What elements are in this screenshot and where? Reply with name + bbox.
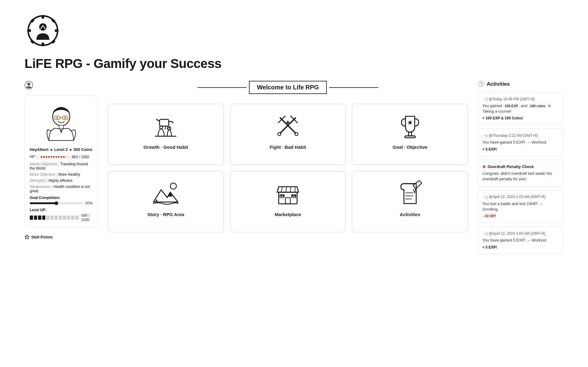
card-label-growth: Growth · Good Habit [143, 144, 188, 150]
card-fight-bad-habit[interactable]: Fight · Bad Habit [230, 104, 346, 165]
svg-point-11 [27, 83, 30, 86]
activity-timestamp-3: →| @April 12, 2024 1:03 AM (GMT+8) [482, 195, 559, 199]
svg-rect-40 [285, 198, 290, 204]
character-avatar [40, 101, 83, 144]
mountain-icon [150, 178, 181, 208]
activity-reward-3: - 10 HP! [482, 214, 559, 218]
svg-rect-2 [42, 43, 44, 46]
left-panel: HeyAlbert ■ Level 2 ■ 300 Coins HP： ♥ ♥ … [24, 81, 98, 239]
activity-body-4: You have gained 5 EXP! → Workout [482, 238, 559, 243]
activity-timestamp-1: →| @Today 10:45 PM (GMT+8) [482, 97, 559, 101]
card-growth-good-habit[interactable]: Growth · Good Habit [108, 104, 224, 165]
goal-completion-label: Goal Completion: [30, 196, 93, 200]
activity-reward-1: + 100 EXP & 100 Coins! [482, 116, 559, 120]
hp-hearts: ♥ ♥ ♥ ♥ ♥ ♥ ♥ ♥ ♥ ♥ ♥ ♥ [40, 155, 70, 159]
svg-rect-19 [160, 119, 169, 126]
activities-title: 🕐 Activities [478, 81, 564, 87]
svg-point-44 [283, 195, 285, 197]
trophy-icon [395, 110, 425, 141]
pen-icon [395, 178, 425, 208]
store-icon [273, 178, 303, 208]
activity-card-3: →| @April 12, 2024 1:03 AM (GMT+8) You l… [478, 190, 564, 223]
weaknesses-row: Weaknesses : Health condition is not gre… [30, 185, 93, 193]
right-panel: 🕐 Activities →| @Today 10:45 PM (GMT+8) … [478, 81, 564, 254]
activity-body-2: You have gained 5 EXP! → Workout [482, 140, 559, 145]
svg-point-16 [56, 117, 58, 119]
user-icon[interactable] [24, 81, 98, 91]
app-logo [24, 12, 564, 56]
svg-point-43 [281, 195, 282, 197]
skill-points-label: Skill Points [31, 235, 53, 239]
minor-objective-row: Minor Objective : More Healthy [30, 172, 93, 177]
card-activities[interactable]: Activities [352, 171, 468, 232]
svg-point-45 [292, 195, 294, 197]
activity-body-1: You gained 100 EXP and 100 coins in Taki… [482, 103, 559, 114]
swords-icon [273, 110, 303, 141]
svg-rect-4 [55, 29, 58, 32]
character-card: HeyAlbert ■ Level 2 ■ 300 Coins HP： ♥ ♥ … [24, 95, 98, 227]
svg-rect-1 [42, 15, 44, 19]
svg-point-31 [295, 133, 298, 136]
card-marketplace[interactable]: Marketplace [230, 171, 346, 232]
plant-icon [150, 110, 181, 141]
skill-points-icon [24, 234, 29, 239]
character-name-row: HeyAlbert ■ Level 2 ■ 300 Coins [30, 147, 93, 152]
activity-card-4: →| @April 12, 2024 1:03 AM (GMT+8) You h… [478, 227, 564, 254]
svg-point-34 [170, 183, 176, 189]
activity-timestamp-2: →| @Thursday 2:22 AM (GMT+8) [482, 133, 559, 138]
svg-line-36 [281, 187, 282, 192]
master-objective-row: Master Objective : Traveling Around the … [30, 162, 93, 170]
svg-line-20 [165, 127, 166, 129]
activity-reward-4: + 5 EXP! [482, 245, 559, 249]
activity-timestamp-4: →| @April 12, 2024 1:03 AM (GMT+8) [482, 231, 559, 236]
svg-rect-3 [27, 29, 31, 32]
svg-rect-32 [409, 132, 412, 136]
activity-card-2: →| @Thursday 2:22 AM (GMT+8) You have ga… [478, 129, 564, 156]
level-value: 690 / 1000 [81, 213, 93, 222]
penalty-title: ⊗ Overdraft Penalty Check [482, 164, 559, 169]
activity-body-3: You lost a battle and lost 10HP! → Scrol… [482, 201, 559, 212]
svg-point-17 [64, 117, 66, 119]
cards-grid: Growth · Good Habit [108, 104, 468, 232]
svg-line-38 [290, 187, 291, 192]
app-title: LiFE RPG - Gamify your Success [24, 56, 564, 71]
character-coins: 300 Coins [74, 147, 92, 152]
banner-text: Welcome to Life RPG [249, 81, 327, 94]
card-label-story: Story · RPG Area [147, 212, 184, 217]
strengths-row: Strengths : Highly efficient [30, 178, 93, 183]
svg-point-30 [278, 133, 281, 136]
hp-row: HP： ♥ ♥ ♥ ♥ ♥ ♥ ♥ ♥ ♥ ♥ ♥ ♥ [30, 154, 93, 159]
svg-line-37 [286, 187, 287, 192]
card-label-goal: Goal · Objective [393, 144, 427, 150]
svg-line-39 [295, 187, 295, 192]
welcome-banner: Welcome to Life RPG [108, 81, 468, 94]
skill-points-row[interactable]: Skill Points [24, 234, 98, 239]
svg-line-47 [413, 185, 416, 189]
minor-objective-value: More Healthy [58, 172, 80, 177]
goal-progress-bar: 50% [30, 201, 93, 205]
svg-point-9 [39, 23, 47, 31]
level-up-label: Level UP: [30, 208, 93, 212]
goal-pct: 50% [85, 201, 93, 205]
activity-card-1: →| @Today 10:45 PM (GMT+8) You gained 10… [478, 92, 564, 125]
center-panel: Welcome to Life RPG [108, 81, 468, 232]
character-level: Level 2 [54, 147, 68, 152]
penalty-card: ⊗ Overdraft Penalty Check Congrats, didn… [478, 160, 564, 186]
card-label-fight: Fight · Bad Habit [270, 144, 306, 150]
svg-point-46 [294, 195, 296, 197]
svg-rect-33 [405, 136, 415, 138]
card-story-rpg[interactable]: Story · RPG Area [108, 171, 224, 232]
character-username: HeyAlbert [30, 147, 48, 152]
card-label-activities: Activities [400, 212, 420, 217]
activity-reward-2: + 5 EXP! [482, 147, 559, 152]
card-label-marketplace: Marketplace [275, 212, 301, 217]
hp-value: 860 / 1000 [72, 155, 89, 159]
strengths-value: Highly efficient [48, 178, 72, 183]
card-goal-objective[interactable]: Goal · Objective [352, 104, 468, 165]
penalty-body: Congrats, didn't overdraft last week! No… [482, 171, 559, 182]
level-bar: 690 / 1000 [30, 213, 93, 222]
clock-icon: 🕐 [478, 81, 484, 87]
